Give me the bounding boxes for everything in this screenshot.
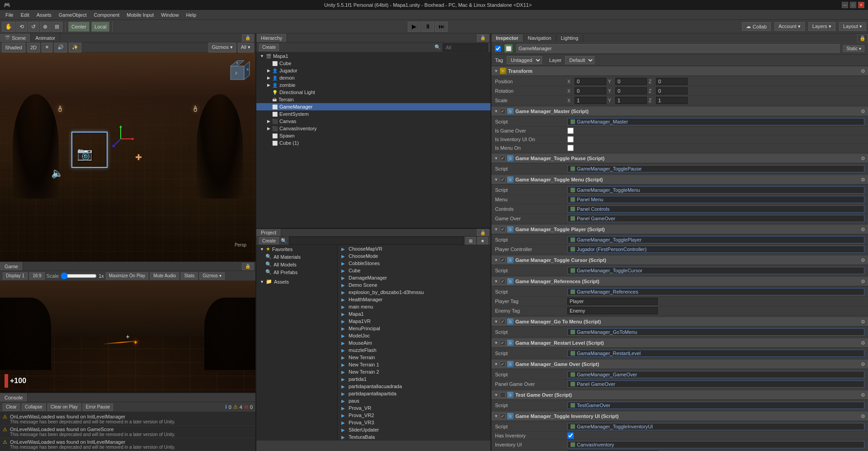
project-view-toggle[interactable]: ⊞ <box>466 237 476 244</box>
project-asset-6[interactable]: ▶explosion_by_dbszabo1-d3hmssu <box>338 289 491 296</box>
shading-dropdown[interactable]: Shaded <box>2 43 25 52</box>
ref-field-9-0[interactable]: TestGameOver <box>567 402 864 409</box>
hierarchy-create-btn[interactable]: Create <box>259 44 279 51</box>
project-asset-5[interactable]: ▶Demo Scene <box>338 281 491 289</box>
clear-button[interactable]: Clear <box>3 404 20 411</box>
ref-field-6-0[interactable]: GameManager_GoToMenu <box>567 328 864 336</box>
comp-check-3[interactable] <box>500 227 505 232</box>
position-y-input[interactable] <box>615 78 647 85</box>
scale-y-input[interactable] <box>615 97 647 104</box>
checkbox-0-2[interactable] <box>567 136 574 142</box>
hierarchy-item-demon[interactable]: ▶ 👤 demon <box>256 74 491 81</box>
component-header-1[interactable]: ▼ S Game Manager_Toggle Pause (Script) ⚙ <box>491 154 868 163</box>
ref-field-0-0[interactable]: GameManager_Master <box>567 118 864 125</box>
rotation-x-input[interactable] <box>575 87 606 95</box>
project-asset-26[interactable]: ▶TexturaBala <box>338 433 491 441</box>
comp-check-6[interactable] <box>500 319 505 324</box>
component-header-4[interactable]: ▼ S Game Manager_Toggle Cursor (Script) … <box>491 256 868 265</box>
comp-gear-4[interactable]: ⚙ <box>861 257 865 263</box>
rotation-z-input[interactable] <box>656 87 688 95</box>
menu-file[interactable]: File <box>2 11 17 19</box>
comp-check-7[interactable] <box>500 340 505 346</box>
hierarchy-item-spawn[interactable]: ▶ ⬜ Spawn <box>256 132 491 139</box>
menu-assets[interactable]: Assets <box>33 11 55 19</box>
comp-gear-6[interactable]: ⚙ <box>861 319 865 325</box>
hierarchy-item-cube1[interactable]: ▶ ⬜ Cube (1) <box>256 139 491 147</box>
checkbox-10-1[interactable] <box>567 432 574 439</box>
component-header-6[interactable]: ▼ S Game Manager_Go To Menu (Script) ⚙ <box>491 317 868 327</box>
console-entry-1[interactable]: ⚠ OnLevelWasLoaded was found on GameScor… <box>1 426 255 438</box>
display-selector[interactable]: Display 1 <box>3 272 28 280</box>
tab-animator[interactable]: Animator <box>31 33 60 42</box>
gameobject-active-checkbox[interactable] <box>495 46 501 52</box>
scale-tool[interactable]: ⊕ <box>40 22 51 32</box>
stats-btn[interactable]: Stats <box>181 272 198 280</box>
comp-check-5[interactable] <box>500 279 505 284</box>
hierarchy-search-input[interactable] <box>443 43 488 52</box>
tab-hierarchy[interactable]: Hierarchy <box>256 33 287 42</box>
project-lock-btn[interactable]: 🔒 <box>477 229 489 236</box>
ref-field-10-2[interactable]: CanvasInventory <box>567 441 864 448</box>
tab-console[interactable]: Console <box>0 393 28 402</box>
pivot-local-button[interactable]: Local <box>91 22 109 32</box>
rotate-tool[interactable]: ↺ <box>28 22 39 32</box>
scene-content[interactable]: 🕯 🕯 📷 <box>0 52 255 261</box>
pause-button[interactable]: ⏸ <box>421 22 434 32</box>
collab-button[interactable]: ☁ Collab <box>742 22 771 31</box>
position-x-input[interactable] <box>575 78 606 85</box>
scale-x-input[interactable] <box>575 97 606 104</box>
project-asset-12[interactable]: ▶ModelJoc <box>338 332 491 339</box>
hierarchy-item-zombie[interactable]: ▶ 👤 zombie <box>256 81 491 89</box>
project-asset-8[interactable]: ▶main menu <box>338 303 491 310</box>
gizmos-dropdown[interactable]: Gizmos ▾ <box>208 43 236 52</box>
menu-mobile-input[interactable]: Mobile Input <box>123 11 157 19</box>
component-header-2[interactable]: ▼ S Game Manager_Toggle Menu (Script) ⚙ <box>491 175 868 185</box>
game-lock-btn[interactable]: 🔒 <box>242 263 254 270</box>
minimize-button[interactable]: — <box>842 2 848 8</box>
menu-component[interactable]: Component <box>90 11 123 19</box>
project-asset-17[interactable]: ▶New Terrain 2 <box>338 368 491 375</box>
transform-component-header[interactable]: ▼ ⟲ Transform ⚙ <box>491 66 868 76</box>
menu-edit[interactable]: Edit <box>17 11 33 19</box>
position-z-input[interactable] <box>656 78 688 85</box>
project-asset-10[interactable]: ▶Mapa1VR <box>338 318 491 325</box>
step-button[interactable]: ⏭ <box>435 22 448 32</box>
console-entry-2[interactable]: ⚠ OnLevelWasLoaded was found on InitLeve… <box>1 438 255 451</box>
project-create-btn[interactable]: Create <box>259 237 279 244</box>
component-header-3[interactable]: ▼ S Game Manager_Toggle Player (Script) … <box>491 225 868 234</box>
tab-scene[interactable]: 🎬 Scene <box>0 33 31 42</box>
ref-field-2-0[interactable]: GameManager_ToggleMenu <box>567 186 864 194</box>
comp-gear-7[interactable]: ⚙ <box>861 340 865 346</box>
project-asset-13[interactable]: ▶MouseAim <box>338 339 491 347</box>
checkbox-0-1[interactable] <box>567 128 574 134</box>
comp-gear-10[interactable]: ⚙ <box>861 413 865 419</box>
hierarchy-item-gamemanager[interactable]: ▶ ⬜ GameManager <box>256 103 491 110</box>
project-star-btn[interactable]: ★ <box>477 237 488 244</box>
ratio-selector[interactable]: 16:9 <box>29 272 44 280</box>
ref-field-4-0[interactable]: GameManager_ToggleCursor <box>567 267 864 274</box>
project-asset-9[interactable]: ▶Mapa1 <box>338 310 491 318</box>
maximize-button[interactable]: □ <box>850 2 856 8</box>
2d-button[interactable]: 2D <box>27 43 40 52</box>
rotation-y-input[interactable] <box>615 87 647 95</box>
comp-gear-5[interactable]: ⚙ <box>861 279 865 285</box>
tab-lighting[interactable]: Lighting <box>557 34 584 42</box>
maximize-on-play-btn[interactable]: Maximize On Play <box>106 272 149 280</box>
project-search-input[interactable] <box>289 237 464 245</box>
account-dropdown[interactable]: Account ▾ <box>774 22 805 31</box>
project-asset-0[interactable]: ▶ChooseMapVR <box>338 245 491 252</box>
hierarchy-lock-btn[interactable]: 🔒 <box>477 34 489 42</box>
comp-check-1[interactable] <box>500 156 505 161</box>
ref-field-3-1[interactable]: Jugador (FirstPersonController) <box>567 246 864 253</box>
mute-audio-btn[interactable]: Mute Audio <box>150 272 179 280</box>
hierarchy-item-mapa1[interactable]: ▼ 🎬 Mapa1 <box>256 52 491 60</box>
comp-gear-8[interactable]: ⚙ <box>861 361 865 367</box>
text-field-5-2[interactable] <box>567 307 658 314</box>
clear-on-play-button[interactable]: Clear on Play <box>47 404 81 411</box>
layout-dropdown[interactable]: Layout ▾ <box>839 22 866 31</box>
project-all-models[interactable]: 🔍 All Models <box>256 261 337 268</box>
menu-gameobject[interactable]: GameObject <box>55 11 90 19</box>
project-asset-22[interactable]: ▶Prova_VR <box>338 404 491 412</box>
ref-field-5-0[interactable]: GameManager_References <box>567 288 864 295</box>
component-header-5[interactable]: ▼ S Game Manager_References (Script) ⚙ <box>491 277 868 286</box>
